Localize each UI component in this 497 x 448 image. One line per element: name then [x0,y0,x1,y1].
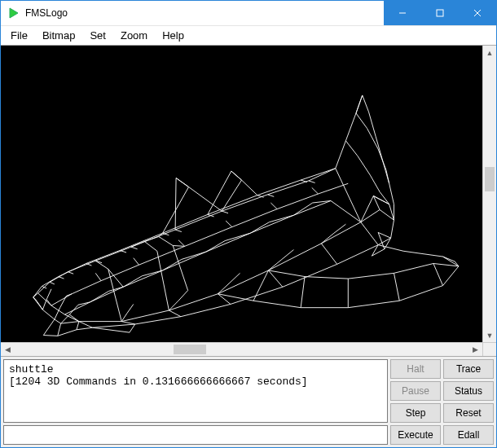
svg-line-146 [58,330,77,336]
menu-bitmap[interactable]: Bitmap [36,28,81,43]
svg-line-193 [182,252,206,259]
svg-line-150 [130,324,135,332]
vscroll-track[interactable] [483,59,496,328]
pause-button[interactable]: Pause [390,381,441,401]
svg-line-176 [159,236,173,245]
svg-line-104 [226,221,232,227]
svg-line-7 [55,319,61,323]
svg-line-39 [257,180,301,195]
svg-line-163 [348,273,394,279]
svg-line-54 [139,246,185,265]
svg-line-57 [277,194,318,209]
scroll-right-arrow[interactable]: ▶ [468,343,482,356]
scroll-down-arrow[interactable]: ▼ [483,328,496,342]
svg-line-70 [60,296,67,307]
menu-set[interactable]: Set [83,28,112,43]
svg-line-97 [301,180,307,182]
menu-zoom[interactable]: Zoom [114,28,154,43]
trace-button[interactable]: Trace [443,359,494,379]
svg-line-191 [225,233,250,240]
svg-line-25 [268,270,282,287]
svg-line-78 [230,273,240,283]
scroll-up-arrow[interactable]: ▲ [483,46,496,59]
hscroll-track[interactable] [15,343,468,356]
status-button[interactable]: Status [443,381,494,401]
reset-button[interactable]: Reset [443,403,494,423]
scroll-left-arrow[interactable]: ◀ [1,343,15,356]
svg-line-164 [394,263,433,273]
svg-line-130 [378,149,386,169]
svg-line-184 [78,302,90,305]
hscroll-thumb[interactable] [174,345,206,354]
svg-line-205 [39,305,42,310]
svg-line-195 [142,270,162,276]
svg-line-15 [92,324,134,327]
svg-line-168 [433,263,443,285]
svg-line-41 [336,169,361,222]
svg-line-114 [389,204,394,220]
svg-line-13 [79,322,92,328]
svg-line-147 [58,323,61,336]
svg-line-66 [331,200,361,222]
svg-line-64 [250,215,293,233]
vscroll-thumb[interactable] [485,167,495,191]
svg-line-169 [301,277,305,308]
halt-button[interactable]: Halt [390,359,441,379]
svg-line-48 [222,195,267,211]
vertical-scrollbar[interactable]: ▲ ▼ [482,46,496,342]
close-button[interactable] [459,1,496,25]
svg-line-77 [218,283,230,294]
menu-help[interactable]: Help [156,28,191,43]
svg-line-82 [334,224,346,233]
edall-button[interactable]: Edall [443,425,494,445]
svg-line-19 [169,310,181,317]
horizontal-scrollbar[interactable]: ◀ ▶ [1,342,496,356]
svg-line-179 [157,251,169,310]
svg-line-102 [134,258,139,265]
svg-line-51 [51,294,72,305]
svg-line-128 [356,113,367,129]
svg-line-52 [72,281,101,294]
svg-line-172 [443,257,455,261]
svg-line-92 [175,230,182,232]
svg-line-167 [394,273,399,301]
svg-line-180 [173,245,187,290]
step-button[interactable]: Step [390,403,441,423]
svg-line-142 [175,178,176,230]
svg-line-196 [90,291,108,302]
svg-line-161 [268,270,305,277]
commander-history[interactable]: shuttle [1204 3D Commands in 0.131666666… [3,359,388,423]
svg-line-83 [42,286,46,288]
svg-line-33 [42,277,58,287]
svg-line-177 [173,245,185,246]
execute-button[interactable]: Execute [390,425,441,445]
menu-file[interactable]: File [4,28,34,43]
svg-line-138 [208,171,231,214]
svg-line-202 [176,178,189,187]
svg-line-89 [120,250,126,253]
svg-line-61 [123,270,162,287]
svg-line-84 [50,282,55,284]
svg-line-153 [253,301,301,307]
svg-line-72 [69,305,78,314]
svg-line-120 [345,113,356,141]
svg-line-20 [181,304,231,316]
commander-panel: shuttle [1204 3D Commands in 0.131666666… [1,356,496,447]
svg-line-17 [135,317,181,324]
commander-input[interactable] [3,425,388,445]
minimize-button[interactable] [384,1,421,25]
svg-line-28 [321,244,336,264]
svg-line-145 [77,327,92,330]
svg-line-56 [232,209,277,227]
svg-line-199 [373,196,389,204]
canvas-area: ▲ ▼ [1,46,496,342]
window-title: FMSLogo [25,7,384,19]
main-area: ▲ ▼ ◀ ▶ [1,45,496,356]
svg-line-170 [253,270,268,301]
svg-line-204 [36,300,40,305]
svg-line-159 [403,251,442,257]
svg-line-99 [46,300,51,306]
svg-line-36 [120,233,162,250]
maximize-button[interactable] [421,1,459,25]
drawing-canvas[interactable] [1,46,482,342]
